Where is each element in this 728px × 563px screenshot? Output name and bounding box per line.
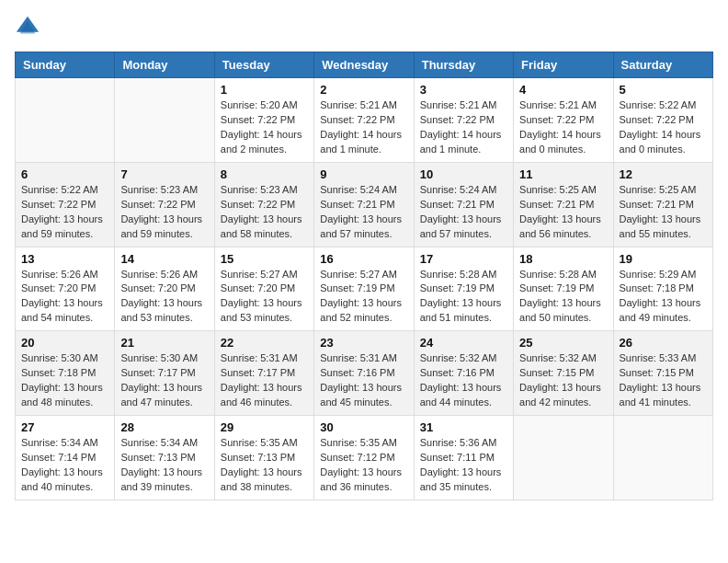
calendar-cell: 19Sunrise: 5:29 AM Sunset: 7:18 PM Dayli… xyxy=(613,247,712,331)
calendar-header-row: SundayMondayTuesdayWednesdayThursdayFrid… xyxy=(16,52,713,78)
cell-info: Sunrise: 5:26 AM Sunset: 7:20 PM Dayligh… xyxy=(21,268,108,327)
cell-info: Sunrise: 5:32 AM Sunset: 7:15 PM Dayligh… xyxy=(519,351,607,410)
day-number: 25 xyxy=(519,336,607,350)
cell-info: Sunrise: 5:23 AM Sunset: 7:22 PM Dayligh… xyxy=(221,183,308,242)
calendar-cell xyxy=(16,78,115,163)
cell-info: Sunrise: 5:21 AM Sunset: 7:22 PM Dayligh… xyxy=(320,98,407,157)
calendar-cell: 11Sunrise: 5:25 AM Sunset: 7:21 PM Dayli… xyxy=(514,162,613,247)
day-number: 15 xyxy=(221,252,308,266)
day-number: 18 xyxy=(519,252,607,266)
day-number: 9 xyxy=(320,167,407,181)
day-number: 1 xyxy=(221,83,308,97)
cell-info: Sunrise: 5:31 AM Sunset: 7:17 PM Dayligh… xyxy=(221,351,308,410)
cell-info: Sunrise: 5:24 AM Sunset: 7:21 PM Dayligh… xyxy=(420,183,507,242)
day-number: 30 xyxy=(320,420,407,434)
day-number: 12 xyxy=(620,167,707,181)
calendar-cell xyxy=(514,416,613,500)
calendar-cell: 9Sunrise: 5:24 AM Sunset: 7:21 PM Daylig… xyxy=(314,162,414,247)
week-row-1: 1Sunrise: 5:20 AM Sunset: 7:22 PM Daylig… xyxy=(16,78,713,163)
day-number: 11 xyxy=(519,167,607,181)
page-header xyxy=(15,15,713,40)
week-row-3: 13Sunrise: 5:26 AM Sunset: 7:20 PM Dayli… xyxy=(16,247,713,331)
cell-info: Sunrise: 5:34 AM Sunset: 7:14 PM Dayligh… xyxy=(21,436,108,495)
calendar-cell: 15Sunrise: 5:27 AM Sunset: 7:20 PM Dayli… xyxy=(214,247,313,331)
cell-info: Sunrise: 5:35 AM Sunset: 7:13 PM Dayligh… xyxy=(221,436,308,495)
calendar-cell: 8Sunrise: 5:23 AM Sunset: 7:22 PM Daylig… xyxy=(214,162,313,247)
calendar-cell: 3Sunrise: 5:21 AM Sunset: 7:22 PM Daylig… xyxy=(414,78,513,163)
day-number: 22 xyxy=(221,336,308,350)
day-number: 19 xyxy=(620,252,707,266)
col-header-monday: Monday xyxy=(115,52,214,78)
calendar-cell: 28Sunrise: 5:34 AM Sunset: 7:13 PM Dayli… xyxy=(115,416,214,500)
col-header-saturday: Saturday xyxy=(613,52,712,78)
week-row-2: 6Sunrise: 5:22 AM Sunset: 7:22 PM Daylig… xyxy=(16,162,713,247)
calendar-cell: 7Sunrise: 5:23 AM Sunset: 7:22 PM Daylig… xyxy=(115,162,214,247)
calendar-cell: 13Sunrise: 5:26 AM Sunset: 7:20 PM Dayli… xyxy=(16,247,115,331)
calendar-cell: 29Sunrise: 5:35 AM Sunset: 7:13 PM Dayli… xyxy=(214,416,313,500)
cell-info: Sunrise: 5:22 AM Sunset: 7:22 PM Dayligh… xyxy=(620,98,707,157)
cell-info: Sunrise: 5:32 AM Sunset: 7:16 PM Dayligh… xyxy=(420,351,507,410)
cell-info: Sunrise: 5:34 AM Sunset: 7:13 PM Dayligh… xyxy=(120,436,208,495)
cell-info: Sunrise: 5:35 AM Sunset: 7:12 PM Dayligh… xyxy=(320,436,407,495)
day-number: 21 xyxy=(120,336,208,350)
calendar-cell: 25Sunrise: 5:32 AM Sunset: 7:15 PM Dayli… xyxy=(514,331,613,416)
day-number: 16 xyxy=(320,252,407,266)
cell-info: Sunrise: 5:30 AM Sunset: 7:18 PM Dayligh… xyxy=(21,351,108,410)
cell-info: Sunrise: 5:36 AM Sunset: 7:11 PM Dayligh… xyxy=(420,436,507,495)
calendar-cell xyxy=(613,416,712,500)
cell-info: Sunrise: 5:28 AM Sunset: 7:19 PM Dayligh… xyxy=(519,268,607,327)
col-header-friday: Friday xyxy=(514,52,613,78)
day-number: 28 xyxy=(120,420,208,434)
calendar-cell: 2Sunrise: 5:21 AM Sunset: 7:22 PM Daylig… xyxy=(314,78,414,163)
calendar-cell: 10Sunrise: 5:24 AM Sunset: 7:21 PM Dayli… xyxy=(414,162,513,247)
day-number: 27 xyxy=(21,420,108,434)
cell-info: Sunrise: 5:22 AM Sunset: 7:22 PM Dayligh… xyxy=(21,183,108,242)
day-number: 20 xyxy=(21,336,108,350)
logo-icon xyxy=(15,15,40,40)
calendar-cell: 31Sunrise: 5:36 AM Sunset: 7:11 PM Dayli… xyxy=(414,416,513,500)
calendar-cell: 22Sunrise: 5:31 AM Sunset: 7:17 PM Dayli… xyxy=(214,331,313,416)
day-number: 29 xyxy=(221,420,308,434)
calendar-cell: 1Sunrise: 5:20 AM Sunset: 7:22 PM Daylig… xyxy=(214,78,313,163)
week-row-4: 20Sunrise: 5:30 AM Sunset: 7:18 PM Dayli… xyxy=(16,331,713,416)
calendar-cell: 24Sunrise: 5:32 AM Sunset: 7:16 PM Dayli… xyxy=(414,331,513,416)
calendar-cell: 4Sunrise: 5:21 AM Sunset: 7:22 PM Daylig… xyxy=(514,78,613,163)
calendar-cell: 6Sunrise: 5:22 AM Sunset: 7:22 PM Daylig… xyxy=(16,162,115,247)
calendar-cell: 18Sunrise: 5:28 AM Sunset: 7:19 PM Dayli… xyxy=(514,247,613,331)
day-number: 4 xyxy=(519,83,607,97)
week-row-5: 27Sunrise: 5:34 AM Sunset: 7:14 PM Dayli… xyxy=(16,416,713,500)
cell-info: Sunrise: 5:31 AM Sunset: 7:16 PM Dayligh… xyxy=(320,351,407,410)
cell-info: Sunrise: 5:20 AM Sunset: 7:22 PM Dayligh… xyxy=(221,98,308,157)
cell-info: Sunrise: 5:30 AM Sunset: 7:17 PM Dayligh… xyxy=(120,351,208,410)
day-number: 31 xyxy=(420,420,507,434)
day-number: 17 xyxy=(420,252,507,266)
calendar-cell: 23Sunrise: 5:31 AM Sunset: 7:16 PM Dayli… xyxy=(314,331,414,416)
day-number: 2 xyxy=(320,83,407,97)
day-number: 3 xyxy=(420,83,507,97)
calendar-cell: 16Sunrise: 5:27 AM Sunset: 7:19 PM Dayli… xyxy=(314,247,414,331)
day-number: 10 xyxy=(420,167,507,181)
cell-info: Sunrise: 5:33 AM Sunset: 7:15 PM Dayligh… xyxy=(620,351,707,410)
cell-info: Sunrise: 5:26 AM Sunset: 7:20 PM Dayligh… xyxy=(120,268,208,327)
cell-info: Sunrise: 5:27 AM Sunset: 7:20 PM Dayligh… xyxy=(221,268,308,327)
cell-info: Sunrise: 5:23 AM Sunset: 7:22 PM Dayligh… xyxy=(120,183,208,242)
calendar-cell: 27Sunrise: 5:34 AM Sunset: 7:14 PM Dayli… xyxy=(16,416,115,500)
col-header-wednesday: Wednesday xyxy=(314,52,414,78)
calendar-cell: 17Sunrise: 5:28 AM Sunset: 7:19 PM Dayli… xyxy=(414,247,513,331)
cell-info: Sunrise: 5:27 AM Sunset: 7:19 PM Dayligh… xyxy=(320,268,407,327)
day-number: 24 xyxy=(420,336,507,350)
col-header-thursday: Thursday xyxy=(414,52,513,78)
cell-info: Sunrise: 5:25 AM Sunset: 7:21 PM Dayligh… xyxy=(519,183,607,242)
day-number: 14 xyxy=(120,252,208,266)
cell-info: Sunrise: 5:21 AM Sunset: 7:22 PM Dayligh… xyxy=(519,98,607,157)
calendar-cell: 5Sunrise: 5:22 AM Sunset: 7:22 PM Daylig… xyxy=(613,78,712,163)
cell-info: Sunrise: 5:21 AM Sunset: 7:22 PM Dayligh… xyxy=(420,98,507,157)
calendar-cell xyxy=(115,78,214,163)
calendar-cell: 14Sunrise: 5:26 AM Sunset: 7:20 PM Dayli… xyxy=(115,247,214,331)
day-number: 7 xyxy=(120,167,208,181)
day-number: 13 xyxy=(21,252,108,266)
day-number: 26 xyxy=(620,336,707,350)
cell-info: Sunrise: 5:28 AM Sunset: 7:19 PM Dayligh… xyxy=(420,268,507,327)
cell-info: Sunrise: 5:25 AM Sunset: 7:21 PM Dayligh… xyxy=(620,183,707,242)
day-number: 5 xyxy=(620,83,707,97)
